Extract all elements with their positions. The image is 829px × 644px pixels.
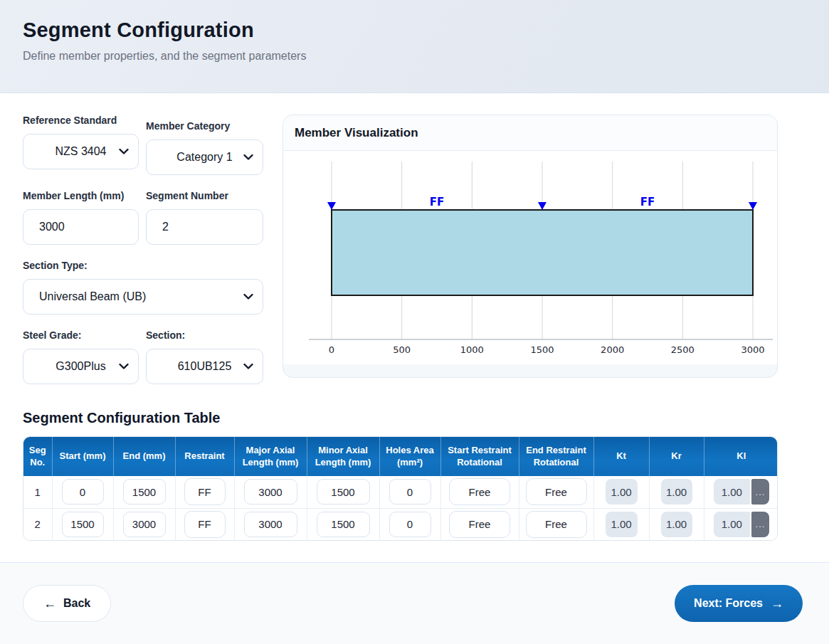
member-category-select[interactable]: Category 1: [146, 139, 263, 175]
col-kr: Kr: [649, 437, 704, 476]
chevron-down-icon: [119, 364, 129, 370]
section-type-label: Section Type:: [23, 260, 263, 271]
restraint-arrow-icon: [749, 202, 757, 210]
chevron-down-icon: [119, 149, 129, 155]
start-restraint-rotational-button[interactable]: Free: [449, 478, 510, 505]
chevron-down-icon: [243, 294, 253, 300]
col-kl: Kl: [704, 437, 778, 476]
member-visualization-chart-area: 050010001500200025003000FFFF: [283, 151, 777, 364]
member-category-label: Member Category: [146, 120, 263, 132]
reference-standard-value: NZS 3404: [55, 145, 106, 158]
col-holes-area: Holes Area (mm²): [379, 437, 440, 476]
kl-input: [714, 512, 751, 537]
page-title: Segment Configuration: [23, 19, 806, 42]
segment-restraint-label: FF: [430, 196, 445, 208]
segment-table-title: Segment Configuration Table: [23, 410, 778, 426]
segment-restraint-label: FF: [640, 196, 655, 208]
restraint-button[interactable]: FF: [184, 478, 226, 505]
holes-area-input[interactable]: [389, 512, 431, 537]
segment-number-input[interactable]: [146, 209, 263, 245]
back-button-label: Back: [63, 597, 90, 610]
kt-input: [606, 512, 638, 537]
major-axial-length-input[interactable]: [244, 479, 297, 505]
next-forces-button[interactable]: Next: Forces →: [675, 585, 803, 622]
page-header: Segment Configuration Define member prop…: [0, 0, 829, 93]
x-tick-label: 3000: [741, 344, 764, 355]
member-visualization-chart: 050010001500200025003000FFFF: [283, 151, 777, 364]
main-content: Reference Standard NZS 3404 Member Categ…: [0, 93, 829, 562]
reference-standard-select[interactable]: NZS 3404: [23, 134, 139, 169]
segment-configuration-table: Seg No. Start (mm) End (mm) Restraint Ma…: [23, 436, 778, 541]
chevron-down-icon: [243, 154, 253, 161]
section-select[interactable]: 610UB125: [146, 349, 263, 384]
member-visualization-panel: Member Visualization 0500100015002000250…: [283, 115, 778, 378]
col-seg-no: Seg No.: [23, 437, 52, 476]
restraint-arrow-icon: [327, 202, 336, 210]
kl-more-button[interactable]: ...: [751, 512, 769, 537]
col-start-restraint-rotational: Start Restraint Rotational: [440, 437, 519, 476]
end-restraint-rotational-button[interactable]: Free: [526, 478, 587, 505]
segment-number-label: Segment Number: [146, 190, 263, 201]
table-row: 1 FF Free Free ...: [23, 476, 778, 508]
col-start: Start (mm): [52, 437, 113, 476]
chevron-down-icon: [243, 364, 253, 370]
holes-area-input[interactable]: [389, 479, 431, 505]
member-length-input[interactable]: [23, 209, 139, 245]
start-restraint-rotational-button[interactable]: Free: [449, 511, 510, 538]
steel-grade-value: G300Plus: [56, 360, 105, 373]
kt-input: [606, 479, 638, 505]
table-row: 2 FF Free Free ...: [23, 508, 778, 540]
section-value: 610UB125: [178, 360, 232, 373]
x-tick-label: 2500: [671, 344, 695, 355]
page-subtitle: Define member properties, and the segmen…: [23, 50, 806, 63]
start-input[interactable]: [62, 512, 104, 537]
section-type-select[interactable]: Universal Beam (UB): [23, 279, 263, 315]
col-minor-axial: Minor Axial Length (mm): [307, 437, 379, 476]
kl-input: [714, 479, 751, 505]
kr-input: [661, 479, 692, 505]
x-tick-label: 1000: [460, 344, 484, 355]
reference-standard-label: Reference Standard: [23, 115, 139, 126]
member-visualization-header: Member Visualization: [283, 115, 777, 151]
x-tick-label: 0: [329, 344, 334, 355]
end-input[interactable]: [123, 479, 166, 505]
member-length-label: Member Length (mm): [23, 190, 139, 201]
col-kt: Kt: [593, 437, 649, 476]
minor-axial-length-input[interactable]: [317, 512, 370, 537]
col-restraint: Restraint: [175, 437, 234, 476]
end-input[interactable]: [123, 512, 166, 537]
table-header: Seg No. Start (mm) End (mm) Restraint Ma…: [23, 437, 778, 476]
restraint-button[interactable]: FF: [184, 511, 226, 538]
minor-axial-length-input[interactable]: [317, 479, 370, 505]
wizard-footer: ← Back Next: Forces →: [0, 562, 829, 644]
member-visualization-title: Member Visualization: [295, 126, 418, 140]
section-type-value: Universal Beam (UB): [39, 290, 146, 303]
steel-grade-label: Steel Grade:: [23, 329, 139, 341]
next-button-label: Next: Forces: [694, 597, 763, 610]
back-button[interactable]: ← Back: [23, 585, 111, 622]
col-major-axial: Major Axial Length (mm): [234, 437, 307, 476]
member-category-value: Category 1: [176, 151, 232, 164]
arrow-left-icon: ←: [43, 597, 56, 610]
seg-no-cell: 1: [23, 476, 52, 508]
arrow-right-icon: →: [771, 597, 783, 610]
steel-grade-select[interactable]: G300Plus: [23, 349, 139, 384]
x-tick-label: 2000: [601, 344, 624, 355]
end-restraint-rotational-button[interactable]: Free: [526, 511, 587, 538]
col-end: End (mm): [113, 437, 175, 476]
major-axial-length-input[interactable]: [244, 512, 297, 537]
col-end-restraint-rotational: End Restraint Rotational: [519, 437, 593, 476]
seg-no-cell: 2: [23, 508, 52, 540]
x-tick-label: 500: [393, 344, 411, 355]
x-tick-label: 1500: [530, 344, 554, 355]
kr-input: [661, 512, 692, 537]
restraint-arrow-icon: [538, 202, 546, 210]
kl-more-button[interactable]: ...: [751, 479, 769, 505]
section-label: Section:: [146, 329, 263, 341]
beam-rect: [332, 210, 753, 295]
member-properties-form: Reference Standard NZS 3404 Member Categ…: [23, 115, 263, 399]
start-input[interactable]: [62, 479, 104, 505]
